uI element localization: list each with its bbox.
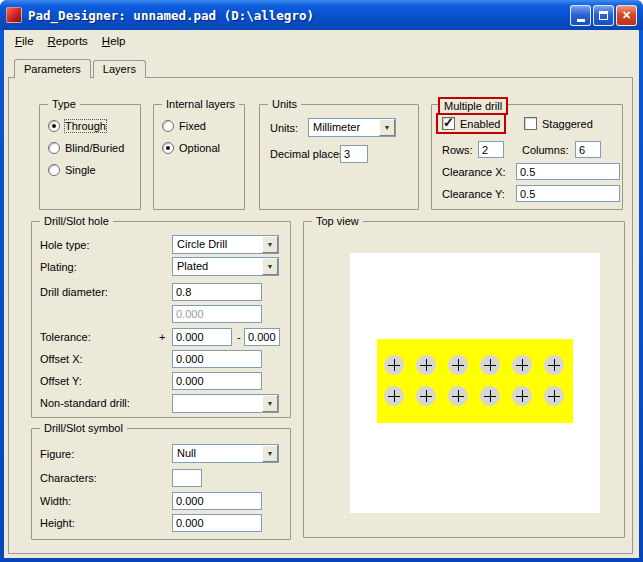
plating-dropdown[interactable]: Plated ▼ <box>172 257 279 276</box>
titlebar[interactable]: Pad_Designer: unnamed.pad (D:\allegro) ✕ <box>0 0 643 30</box>
dropdown-arrow-icon[interactable]: ▼ <box>262 236 278 253</box>
staggered-checkbox-row[interactable]: Staggered <box>524 117 593 130</box>
columns-input[interactable] <box>575 141 601 158</box>
figure-value: Null <box>177 447 196 459</box>
dropdown-arrow-icon[interactable]: ▼ <box>379 119 395 136</box>
tab-parameters[interactable]: Parameters <box>14 59 91 79</box>
hole-type-dropdown[interactable]: Circle Drill ▼ <box>172 235 279 254</box>
characters-label: Characters: <box>40 472 97 484</box>
height-input[interactable] <box>172 514 262 532</box>
radio-single[interactable]: Single <box>48 164 96 176</box>
tab-layers-label: Layers <box>103 63 136 75</box>
height-label: Height: <box>40 517 75 529</box>
decimal-places-label: Decimal places: <box>270 148 348 160</box>
drill-hole <box>544 386 564 406</box>
tab-bar: Parameters Layers <box>14 59 148 78</box>
drill-diameter-label: Drill diameter: <box>40 286 108 298</box>
radio-blind-buried-icon <box>48 142 60 154</box>
enabled-checkbox-row[interactable]: Enabled <box>436 113 506 134</box>
hole-type-value: Circle Drill <box>177 238 227 250</box>
multiple-drill-group: Multiple drill Enabled Staggered Rows: C… <box>431 104 623 210</box>
menu-reports[interactable]: Reports <box>41 33 95 49</box>
drill-grid <box>377 339 573 423</box>
columns-label: Columns: <box>522 144 568 156</box>
drill-row <box>384 386 573 406</box>
top-view-group-title: Top view <box>312 214 363 228</box>
radio-single-label: Single <box>65 164 96 176</box>
tolerance-plus-sign: + <box>159 331 165 343</box>
menu-file[interactable]: File <box>8 33 41 49</box>
drill-slot-symbol-group: Drill/Slot symbol Figure: Null ▼ Charact… <box>31 428 291 540</box>
hole-type-label: Hole type: <box>40 239 90 251</box>
dropdown-arrow-icon[interactable]: ▼ <box>262 395 278 412</box>
decimal-places-input[interactable] <box>340 145 368 163</box>
drill-slot-symbol-group-title: Drill/Slot symbol <box>40 421 127 435</box>
drill-slot-hole-group-title: Drill/Slot hole <box>40 214 113 228</box>
secondary-diameter-input <box>172 305 262 323</box>
radio-fixed-label: Fixed <box>179 120 206 132</box>
rows-input[interactable] <box>478 141 504 158</box>
tolerance-plus-input[interactable] <box>172 328 232 346</box>
offset-x-input[interactable] <box>172 350 262 368</box>
tolerance-minus-input[interactable] <box>244 328 280 346</box>
rows-label: Rows: <box>442 144 473 156</box>
non-standard-drill-dropdown[interactable]: ▼ <box>172 394 279 413</box>
plating-value: Plated <box>177 260 208 272</box>
radio-fixed[interactable]: Fixed <box>162 120 206 132</box>
dropdown-arrow-icon[interactable]: ▼ <box>262 258 278 275</box>
units-label: Units: <box>270 122 298 134</box>
drill-slot-hole-group: Drill/Slot hole Hole type: Circle Drill … <box>31 221 291 418</box>
figure-dropdown[interactable]: Null ▼ <box>172 444 279 463</box>
staggered-label: Staggered <box>542 118 593 130</box>
top-view-canvas <box>350 253 600 513</box>
drill-hole <box>416 386 436 406</box>
tab-parameters-label: Parameters <box>24 63 81 75</box>
units-group: Units Units: Millimeter ▼ Decimal places… <box>259 104 419 210</box>
enabled-checkbox[interactable] <box>442 117 455 130</box>
type-group: Type Through Blind/Buried Single <box>39 104 141 210</box>
tolerance-minus-sign: - <box>237 331 241 343</box>
tab-layers[interactable]: Layers <box>93 60 146 78</box>
width-label: Width: <box>40 495 71 507</box>
drill-hole <box>384 386 404 406</box>
drill-hole <box>512 386 532 406</box>
drill-diameter-input[interactable] <box>172 283 262 301</box>
width-input[interactable] <box>172 492 262 510</box>
minimize-button[interactable] <box>570 5 591 26</box>
drill-row <box>384 355 573 375</box>
radio-optional-icon <box>162 142 174 154</box>
clearance-y-input[interactable] <box>516 185 620 202</box>
radio-through[interactable]: Through <box>48 120 106 132</box>
radio-blind-buried[interactable]: Blind/Buried <box>48 142 124 154</box>
internal-layers-group-title: Internal layers <box>162 97 239 111</box>
offset-y-input[interactable] <box>172 372 262 390</box>
characters-input[interactable] <box>172 469 202 487</box>
units-value: Millimeter <box>313 121 360 133</box>
clearance-y-label: Clearance Y: <box>442 188 505 200</box>
plating-label: Plating: <box>40 261 77 273</box>
window-title: Pad_Designer: unnamed.pad (D:\allegro) <box>28 8 564 23</box>
radio-blind-buried-label: Blind/Buried <box>65 142 124 154</box>
dropdown-arrow-icon[interactable]: ▼ <box>262 445 278 462</box>
figure-label: Figure: <box>40 448 74 460</box>
enabled-label: Enabled <box>460 118 500 130</box>
radio-optional[interactable]: Optional <box>162 142 220 154</box>
close-button[interactable]: ✕ <box>616 5 637 26</box>
menubar: File Reports Help <box>4 30 639 51</box>
drill-hole <box>544 355 564 375</box>
drill-hole <box>448 355 468 375</box>
radio-single-icon <box>48 164 60 176</box>
top-view-group: Top view <box>303 221 625 538</box>
menu-help[interactable]: Help <box>95 33 133 49</box>
radio-through-icon <box>48 120 60 132</box>
maximize-icon <box>599 11 608 20</box>
clearance-x-label: Clearance X: <box>442 166 506 178</box>
units-dropdown[interactable]: Millimeter ▼ <box>308 118 396 137</box>
maximize-button[interactable] <box>593 5 614 26</box>
drill-hole <box>384 355 404 375</box>
non-standard-drill-label: Non-standard drill: <box>40 397 130 409</box>
clearance-x-input[interactable] <box>516 163 620 180</box>
staggered-checkbox[interactable] <box>524 117 537 130</box>
window-controls: ✕ <box>570 5 637 26</box>
drill-hole <box>512 355 532 375</box>
